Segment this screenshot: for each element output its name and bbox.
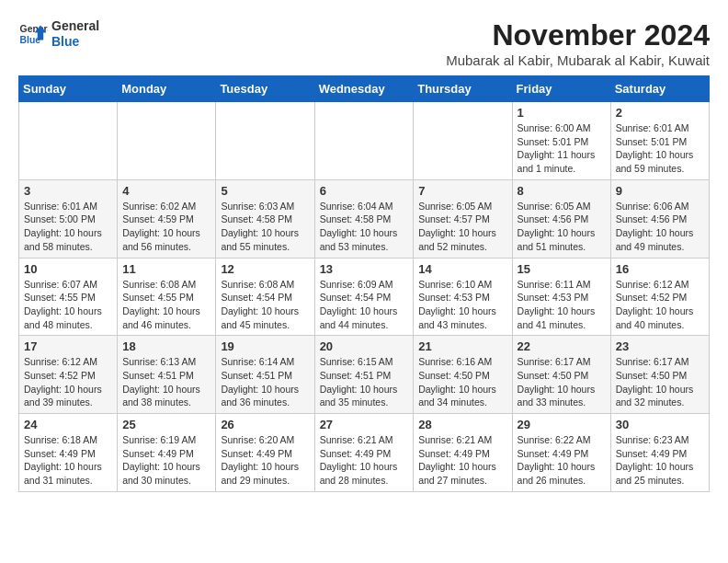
day-info: Sunrise: 6:01 AMSunset: 5:01 PMDaylight:… bbox=[616, 121, 704, 176]
day-info: Sunrise: 6:08 AMSunset: 4:55 PMDaylight:… bbox=[122, 278, 210, 332]
day-number: 4 bbox=[122, 184, 210, 198]
day-info: Sunrise: 6:06 AMSunset: 4:56 PMDaylight:… bbox=[616, 200, 704, 254]
calendar-cell: 8Sunrise: 6:05 AMSunset: 4:56 PMDaylight… bbox=[512, 179, 610, 258]
day-info: Sunrise: 6:07 AMSunset: 4:55 PMDaylight:… bbox=[24, 278, 112, 332]
location-title: Mubarak al Kabir, Mubarak al Kabir, Kuwa… bbox=[446, 52, 710, 68]
day-number: 11 bbox=[122, 262, 210, 276]
day-info: Sunrise: 6:00 AMSunset: 5:01 PMDaylight:… bbox=[518, 121, 606, 176]
day-info: Sunrise: 6:23 AMSunset: 4:49 PMDaylight:… bbox=[616, 433, 704, 488]
calendar-cell: 2Sunrise: 6:01 AMSunset: 5:01 PMDaylight… bbox=[610, 102, 709, 180]
day-info: Sunrise: 6:05 AMSunset: 4:57 PMDaylight:… bbox=[418, 200, 506, 254]
day-info: Sunrise: 6:05 AMSunset: 4:56 PMDaylight:… bbox=[518, 200, 606, 254]
day-number: 12 bbox=[221, 262, 309, 276]
day-info: Sunrise: 6:11 AMSunset: 4:53 PMDaylight:… bbox=[518, 278, 606, 332]
calendar-cell: 28Sunrise: 6:21 AMSunset: 4:49 PMDayligh… bbox=[414, 414, 512, 492]
calendar-cell: 29Sunrise: 6:22 AMSunset: 4:49 PMDayligh… bbox=[512, 414, 610, 492]
header-day-friday: Friday bbox=[512, 76, 610, 102]
day-info: Sunrise: 6:22 AMSunset: 4:49 PMDaylight:… bbox=[518, 433, 606, 488]
title-section: November 2024 Mubarak al Kabir, Mubarak … bbox=[446, 18, 710, 68]
day-number: 18 bbox=[122, 339, 210, 353]
calendar-cell bbox=[216, 102, 314, 180]
day-info: Sunrise: 6:14 AMSunset: 4:51 PMDaylight:… bbox=[221, 355, 309, 409]
logo-blue: Blue bbox=[51, 34, 99, 50]
calendar-cell: 6Sunrise: 6:04 AMSunset: 4:58 PMDaylight… bbox=[314, 179, 414, 258]
calendar-cell: 3Sunrise: 6:01 AMSunset: 5:00 PMDaylight… bbox=[19, 179, 118, 258]
calendar-cell: 25Sunrise: 6:19 AMSunset: 4:49 PMDayligh… bbox=[118, 414, 216, 492]
day-number: 14 bbox=[418, 262, 506, 276]
header-day-wednesday: Wednesday bbox=[314, 76, 414, 102]
day-number: 25 bbox=[122, 418, 210, 431]
day-number: 17 bbox=[24, 339, 112, 353]
day-info: Sunrise: 6:21 AMSunset: 4:49 PMDaylight:… bbox=[320, 433, 409, 488]
day-number: 26 bbox=[221, 418, 309, 431]
day-info: Sunrise: 6:21 AMSunset: 4:49 PMDaylight:… bbox=[418, 433, 506, 488]
day-number: 21 bbox=[418, 339, 506, 353]
day-info: Sunrise: 6:18 AMSunset: 4:49 PMDaylight:… bbox=[24, 433, 112, 488]
calendar-cell: 9Sunrise: 6:06 AMSunset: 4:56 PMDaylight… bbox=[610, 179, 709, 258]
calendar-cell: 12Sunrise: 6:08 AMSunset: 4:54 PMDayligh… bbox=[216, 258, 314, 336]
day-info: Sunrise: 6:13 AMSunset: 4:51 PMDaylight:… bbox=[122, 355, 210, 409]
day-number: 27 bbox=[320, 418, 409, 431]
header-row: SundayMondayTuesdayWednesdayThursdayFrid… bbox=[19, 76, 710, 102]
calendar-cell: 26Sunrise: 6:20 AMSunset: 4:49 PMDayligh… bbox=[216, 414, 314, 492]
day-number: 10 bbox=[24, 262, 112, 276]
day-number: 20 bbox=[320, 339, 409, 353]
calendar-cell bbox=[118, 102, 216, 180]
logo-text: General Blue bbox=[51, 18, 99, 50]
calendar-cell: 27Sunrise: 6:21 AMSunset: 4:49 PMDayligh… bbox=[314, 414, 414, 492]
logo: General Blue General Blue bbox=[18, 18, 99, 50]
day-number: 9 bbox=[616, 184, 704, 198]
day-number: 28 bbox=[418, 418, 506, 431]
header-day-tuesday: Tuesday bbox=[216, 76, 314, 102]
calendar-cell: 30Sunrise: 6:23 AMSunset: 4:49 PMDayligh… bbox=[610, 414, 709, 492]
week-row-2: 3Sunrise: 6:01 AMSunset: 5:00 PMDaylight… bbox=[19, 179, 710, 258]
calendar-cell: 17Sunrise: 6:12 AMSunset: 4:52 PMDayligh… bbox=[19, 336, 118, 414]
day-info: Sunrise: 6:08 AMSunset: 4:54 PMDaylight:… bbox=[221, 278, 309, 332]
calendar-cell: 18Sunrise: 6:13 AMSunset: 4:51 PMDayligh… bbox=[118, 336, 216, 414]
day-number: 5 bbox=[221, 184, 309, 198]
calendar-header: SundayMondayTuesdayWednesdayThursdayFrid… bbox=[19, 76, 710, 102]
day-info: Sunrise: 6:15 AMSunset: 4:51 PMDaylight:… bbox=[320, 355, 409, 409]
day-info: Sunrise: 6:10 AMSunset: 4:53 PMDaylight:… bbox=[418, 278, 506, 332]
day-number: 15 bbox=[518, 262, 606, 276]
week-row-4: 17Sunrise: 6:12 AMSunset: 4:52 PMDayligh… bbox=[19, 336, 710, 414]
day-info: Sunrise: 6:17 AMSunset: 4:50 PMDaylight:… bbox=[616, 355, 704, 409]
header-day-saturday: Saturday bbox=[610, 76, 709, 102]
header-day-thursday: Thursday bbox=[414, 76, 512, 102]
day-info: Sunrise: 6:04 AMSunset: 4:58 PMDaylight:… bbox=[320, 200, 409, 254]
day-info: Sunrise: 6:16 AMSunset: 4:50 PMDaylight:… bbox=[418, 355, 506, 409]
calendar-cell: 13Sunrise: 6:09 AMSunset: 4:54 PMDayligh… bbox=[314, 258, 414, 336]
day-number: 3 bbox=[24, 184, 112, 198]
day-info: Sunrise: 6:02 AMSunset: 4:59 PMDaylight:… bbox=[122, 200, 210, 254]
day-info: Sunrise: 6:12 AMSunset: 4:52 PMDaylight:… bbox=[24, 355, 112, 409]
calendar-cell: 15Sunrise: 6:11 AMSunset: 4:53 PMDayligh… bbox=[512, 258, 610, 336]
day-info: Sunrise: 6:03 AMSunset: 4:58 PMDaylight:… bbox=[221, 200, 309, 254]
calendar-cell: 23Sunrise: 6:17 AMSunset: 4:50 PMDayligh… bbox=[610, 336, 709, 414]
day-number: 29 bbox=[518, 418, 606, 431]
logo-general: General bbox=[51, 18, 99, 34]
day-info: Sunrise: 6:01 AMSunset: 5:00 PMDaylight:… bbox=[24, 200, 112, 254]
logo-icon: General Blue bbox=[18, 19, 48, 49]
page-header: General Blue General Blue November 2024 … bbox=[18, 18, 710, 68]
calendar-cell: 10Sunrise: 6:07 AMSunset: 4:55 PMDayligh… bbox=[19, 258, 118, 336]
calendar-cell bbox=[414, 102, 512, 180]
calendar-table: SundayMondayTuesdayWednesdayThursdayFrid… bbox=[18, 75, 710, 492]
week-row-1: 1Sunrise: 6:00 AMSunset: 5:01 PMDaylight… bbox=[19, 102, 710, 180]
day-number: 1 bbox=[518, 106, 606, 120]
day-number: 7 bbox=[418, 184, 506, 198]
calendar-cell: 14Sunrise: 6:10 AMSunset: 4:53 PMDayligh… bbox=[414, 258, 512, 336]
header-day-monday: Monday bbox=[118, 76, 216, 102]
calendar-cell: 21Sunrise: 6:16 AMSunset: 4:50 PMDayligh… bbox=[414, 336, 512, 414]
calendar-cell: 5Sunrise: 6:03 AMSunset: 4:58 PMDaylight… bbox=[216, 179, 314, 258]
day-number: 2 bbox=[616, 106, 704, 120]
day-info: Sunrise: 6:12 AMSunset: 4:52 PMDaylight:… bbox=[616, 278, 704, 332]
day-number: 8 bbox=[518, 184, 606, 198]
day-info: Sunrise: 6:09 AMSunset: 4:54 PMDaylight:… bbox=[320, 278, 409, 332]
calendar-cell: 24Sunrise: 6:18 AMSunset: 4:49 PMDayligh… bbox=[19, 414, 118, 492]
calendar-cell: 20Sunrise: 6:15 AMSunset: 4:51 PMDayligh… bbox=[314, 336, 414, 414]
day-number: 30 bbox=[616, 418, 704, 431]
day-number: 23 bbox=[616, 339, 704, 353]
day-info: Sunrise: 6:19 AMSunset: 4:49 PMDaylight:… bbox=[122, 433, 210, 488]
header-day-sunday: Sunday bbox=[19, 76, 118, 102]
day-number: 16 bbox=[616, 262, 704, 276]
